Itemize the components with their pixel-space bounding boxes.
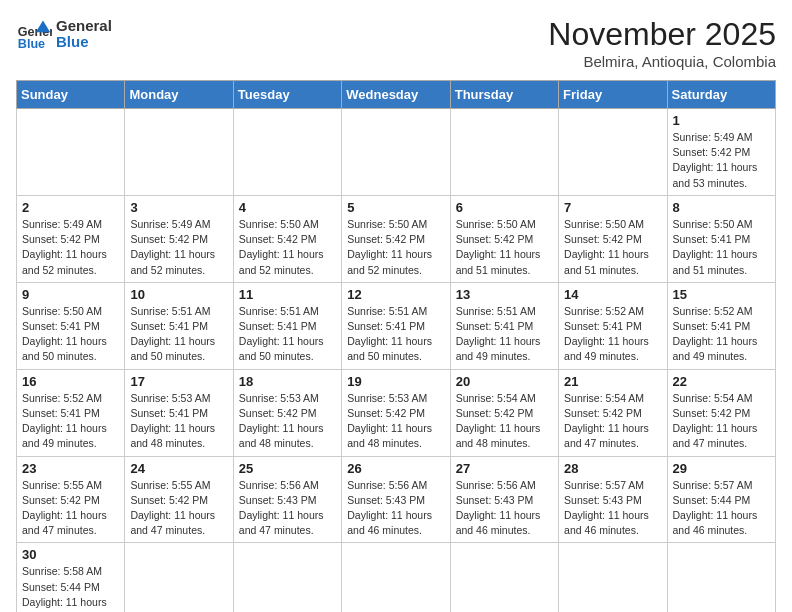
day-info: Sunrise: 5:52 AM Sunset: 5:41 PM Dayligh… (564, 304, 661, 365)
calendar-week-row: 16Sunrise: 5:52 AM Sunset: 5:41 PM Dayli… (17, 369, 776, 456)
calendar-day-cell: 7Sunrise: 5:50 AM Sunset: 5:42 PM Daylig… (559, 195, 667, 282)
day-info: Sunrise: 5:54 AM Sunset: 5:42 PM Dayligh… (673, 391, 770, 452)
day-number: 24 (130, 461, 227, 476)
day-info: Sunrise: 5:53 AM Sunset: 5:42 PM Dayligh… (347, 391, 444, 452)
day-number: 18 (239, 374, 336, 389)
calendar-day-cell (667, 543, 775, 612)
calendar-day-cell: 8Sunrise: 5:50 AM Sunset: 5:41 PM Daylig… (667, 195, 775, 282)
calendar-day-cell: 20Sunrise: 5:54 AM Sunset: 5:42 PM Dayli… (450, 369, 558, 456)
calendar-day-cell: 28Sunrise: 5:57 AM Sunset: 5:43 PM Dayli… (559, 456, 667, 543)
calendar-day-cell: 22Sunrise: 5:54 AM Sunset: 5:42 PM Dayli… (667, 369, 775, 456)
day-number: 20 (456, 374, 553, 389)
day-info: Sunrise: 5:57 AM Sunset: 5:44 PM Dayligh… (673, 478, 770, 539)
calendar-day-cell: 23Sunrise: 5:55 AM Sunset: 5:42 PM Dayli… (17, 456, 125, 543)
day-info: Sunrise: 5:55 AM Sunset: 5:42 PM Dayligh… (130, 478, 227, 539)
calendar-day-cell: 13Sunrise: 5:51 AM Sunset: 5:41 PM Dayli… (450, 282, 558, 369)
day-info: Sunrise: 5:53 AM Sunset: 5:41 PM Dayligh… (130, 391, 227, 452)
day-info: Sunrise: 5:50 AM Sunset: 5:42 PM Dayligh… (239, 217, 336, 278)
day-info: Sunrise: 5:51 AM Sunset: 5:41 PM Dayligh… (347, 304, 444, 365)
logo-general: General (56, 18, 112, 35)
day-number: 22 (673, 374, 770, 389)
day-number: 11 (239, 287, 336, 302)
day-info: Sunrise: 5:54 AM Sunset: 5:42 PM Dayligh… (564, 391, 661, 452)
weekday-header-monday: Monday (125, 81, 233, 109)
weekday-header-friday: Friday (559, 81, 667, 109)
day-info: Sunrise: 5:56 AM Sunset: 5:43 PM Dayligh… (239, 478, 336, 539)
logo: General Blue General Blue (16, 16, 112, 52)
day-number: 27 (456, 461, 553, 476)
day-number: 25 (239, 461, 336, 476)
day-number: 10 (130, 287, 227, 302)
day-info: Sunrise: 5:50 AM Sunset: 5:41 PM Dayligh… (22, 304, 119, 365)
day-number: 29 (673, 461, 770, 476)
calendar-day-cell (233, 109, 341, 196)
calendar-day-cell: 12Sunrise: 5:51 AM Sunset: 5:41 PM Dayli… (342, 282, 450, 369)
day-info: Sunrise: 5:50 AM Sunset: 5:42 PM Dayligh… (564, 217, 661, 278)
day-number: 16 (22, 374, 119, 389)
day-info: Sunrise: 5:51 AM Sunset: 5:41 PM Dayligh… (456, 304, 553, 365)
day-info: Sunrise: 5:53 AM Sunset: 5:42 PM Dayligh… (239, 391, 336, 452)
calendar-day-cell: 5Sunrise: 5:50 AM Sunset: 5:42 PM Daylig… (342, 195, 450, 282)
weekday-header-wednesday: Wednesday (342, 81, 450, 109)
calendar-day-cell (450, 543, 558, 612)
calendar-day-cell: 10Sunrise: 5:51 AM Sunset: 5:41 PM Dayli… (125, 282, 233, 369)
calendar-day-cell (125, 543, 233, 612)
calendar-day-cell: 15Sunrise: 5:52 AM Sunset: 5:41 PM Dayli… (667, 282, 775, 369)
page-header: General Blue General Blue November 2025 … (16, 16, 776, 70)
calendar-day-cell: 29Sunrise: 5:57 AM Sunset: 5:44 PM Dayli… (667, 456, 775, 543)
day-info: Sunrise: 5:50 AM Sunset: 5:42 PM Dayligh… (347, 217, 444, 278)
calendar-day-cell: 4Sunrise: 5:50 AM Sunset: 5:42 PM Daylig… (233, 195, 341, 282)
location-subtitle: Belmira, Antioquia, Colombia (548, 53, 776, 70)
day-number: 28 (564, 461, 661, 476)
day-number: 6 (456, 200, 553, 215)
calendar-week-row: 2Sunrise: 5:49 AM Sunset: 5:42 PM Daylig… (17, 195, 776, 282)
calendar-day-cell: 14Sunrise: 5:52 AM Sunset: 5:41 PM Dayli… (559, 282, 667, 369)
calendar-day-cell: 1Sunrise: 5:49 AM Sunset: 5:42 PM Daylig… (667, 109, 775, 196)
logo-icon: General Blue (16, 16, 52, 52)
calendar-week-row: 9Sunrise: 5:50 AM Sunset: 5:41 PM Daylig… (17, 282, 776, 369)
day-number: 30 (22, 547, 119, 562)
day-info: Sunrise: 5:49 AM Sunset: 5:42 PM Dayligh… (130, 217, 227, 278)
day-number: 15 (673, 287, 770, 302)
day-number: 26 (347, 461, 444, 476)
calendar-day-cell (125, 109, 233, 196)
calendar-day-cell (559, 109, 667, 196)
calendar-day-cell: 24Sunrise: 5:55 AM Sunset: 5:42 PM Dayli… (125, 456, 233, 543)
calendar-day-cell: 16Sunrise: 5:52 AM Sunset: 5:41 PM Dayli… (17, 369, 125, 456)
day-number: 3 (130, 200, 227, 215)
day-info: Sunrise: 5:56 AM Sunset: 5:43 PM Dayligh… (347, 478, 444, 539)
weekday-header-thursday: Thursday (450, 81, 558, 109)
calendar-day-cell: 26Sunrise: 5:56 AM Sunset: 5:43 PM Dayli… (342, 456, 450, 543)
calendar-day-cell: 9Sunrise: 5:50 AM Sunset: 5:41 PM Daylig… (17, 282, 125, 369)
title-block: November 2025 Belmira, Antioquia, Colomb… (548, 16, 776, 70)
day-info: Sunrise: 5:49 AM Sunset: 5:42 PM Dayligh… (673, 130, 770, 191)
day-info: Sunrise: 5:52 AM Sunset: 5:41 PM Dayligh… (673, 304, 770, 365)
calendar-day-cell: 18Sunrise: 5:53 AM Sunset: 5:42 PM Dayli… (233, 369, 341, 456)
calendar-day-cell: 25Sunrise: 5:56 AM Sunset: 5:43 PM Dayli… (233, 456, 341, 543)
day-number: 4 (239, 200, 336, 215)
calendar-day-cell (342, 543, 450, 612)
day-info: Sunrise: 5:50 AM Sunset: 5:41 PM Dayligh… (673, 217, 770, 278)
day-info: Sunrise: 5:58 AM Sunset: 5:44 PM Dayligh… (22, 564, 119, 612)
day-number: 13 (456, 287, 553, 302)
day-number: 23 (22, 461, 119, 476)
day-number: 7 (564, 200, 661, 215)
day-info: Sunrise: 5:55 AM Sunset: 5:42 PM Dayligh… (22, 478, 119, 539)
calendar-table: SundayMondayTuesdayWednesdayThursdayFrid… (16, 80, 776, 612)
calendar-day-cell: 17Sunrise: 5:53 AM Sunset: 5:41 PM Dayli… (125, 369, 233, 456)
calendar-day-cell (450, 109, 558, 196)
day-info: Sunrise: 5:49 AM Sunset: 5:42 PM Dayligh… (22, 217, 119, 278)
svg-text:Blue: Blue (18, 37, 45, 51)
calendar-week-row: 23Sunrise: 5:55 AM Sunset: 5:42 PM Dayli… (17, 456, 776, 543)
day-number: 2 (22, 200, 119, 215)
day-number: 19 (347, 374, 444, 389)
logo-blue: Blue (56, 34, 112, 51)
day-info: Sunrise: 5:50 AM Sunset: 5:42 PM Dayligh… (456, 217, 553, 278)
calendar-day-cell (17, 109, 125, 196)
day-info: Sunrise: 5:51 AM Sunset: 5:41 PM Dayligh… (239, 304, 336, 365)
weekday-header-row: SundayMondayTuesdayWednesdayThursdayFrid… (17, 81, 776, 109)
weekday-header-saturday: Saturday (667, 81, 775, 109)
day-number: 12 (347, 287, 444, 302)
calendar-day-cell (559, 543, 667, 612)
day-info: Sunrise: 5:56 AM Sunset: 5:43 PM Dayligh… (456, 478, 553, 539)
